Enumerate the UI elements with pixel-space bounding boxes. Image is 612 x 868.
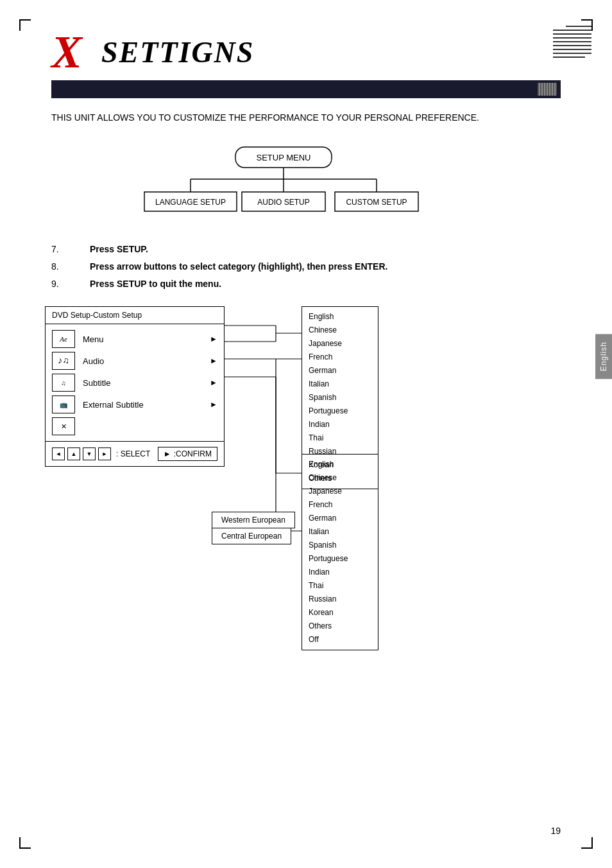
dvd-setup-box: DVD Setup-Custom Setup Ae Menu ► ♪♫ Audi… xyxy=(45,306,225,467)
lang-item: Japanese xyxy=(309,337,369,351)
lang-list-2: English Chinese Japanese French German I… xyxy=(302,454,378,650)
nav-btn-down: ▼ xyxy=(83,447,96,460)
dark-bar xyxy=(51,80,561,98)
lang-item: Spanish xyxy=(309,539,369,552)
lang-item: Italian xyxy=(309,525,369,539)
audio-arrow: ► xyxy=(210,356,217,365)
dvd-bottom: ◄ ▲ ▼ ► : SELECT ► :CONFIRM xyxy=(46,441,224,466)
menu-arrow: ► xyxy=(210,334,217,343)
sub-options: Western European Central European xyxy=(212,512,295,544)
subtitle-arrow: ► xyxy=(210,378,217,387)
step-7: 7. Press SETUP. xyxy=(51,243,561,256)
lang-item: German xyxy=(309,512,369,525)
step-text-7: Press SETUP. xyxy=(90,243,148,256)
lang-item: Off xyxy=(309,633,369,647)
logo-x: X xyxy=(51,29,82,75)
lang-item: Portuguese xyxy=(309,404,369,418)
lang-item: French xyxy=(309,498,369,512)
audio-label: Audio xyxy=(83,356,210,366)
nav-btn-right: ► xyxy=(98,447,111,460)
lang-item: Thai xyxy=(309,431,369,445)
english-tab: English xyxy=(595,334,612,379)
corner-mark-br xyxy=(581,837,593,849)
step-text-9: Press SETUP to quit the menu. xyxy=(90,277,221,291)
audio-icon: ♪♫ xyxy=(52,352,75,370)
lang-item: Japanese xyxy=(309,485,369,498)
steps-section: 7. Press SETUP. 8. Press arrow buttons t… xyxy=(51,243,561,291)
page-number: 19 xyxy=(550,826,561,836)
lang-item: Indian xyxy=(309,418,369,431)
svg-text:AUDIO SETUP: AUDIO SETUP xyxy=(257,198,309,207)
nav-btn-up: ▲ xyxy=(67,447,80,460)
menu-label: Menu xyxy=(83,334,210,344)
lang-item: Spanish xyxy=(309,391,369,404)
lang-item: Indian xyxy=(309,566,369,579)
lang-item: Chinese xyxy=(309,324,369,337)
lang-item: French xyxy=(309,351,369,364)
lang-box-2: English Chinese Japanese French German I… xyxy=(302,454,378,650)
intro-text: THIS UNIT ALLOWS YOU TO CUSTOMIZE THE PE… xyxy=(51,111,561,125)
audio-row: ♪♫ Audio ► xyxy=(46,350,224,372)
confirm-label: :CONFIRM xyxy=(174,449,212,458)
lang-item: Others xyxy=(309,620,369,633)
lang-item: Korean xyxy=(309,606,369,620)
subtitle-label: Subtitle xyxy=(83,378,210,388)
lang-item: Chinese xyxy=(309,471,369,485)
nav-btn-left: ◄ xyxy=(52,447,65,460)
lang-item: English xyxy=(309,458,369,471)
dvd-setup-content: Ae Menu ► ♪♫ Audio ► ♫ Subtitle ► 📺 Exte… xyxy=(46,324,224,441)
confirm-box: ► :CONFIRM xyxy=(158,447,217,461)
western-european: Western European xyxy=(212,512,295,528)
x-icon-row: ✕ xyxy=(46,415,224,437)
step-number-9: 9. xyxy=(51,277,90,291)
ext-subtitle-icon: 📺 xyxy=(52,395,75,413)
lang-item: Thai xyxy=(309,579,369,593)
ext-subtitle-row: 📺 External Subtitle ► xyxy=(46,394,224,415)
subtitle-icon: ♫ xyxy=(52,374,75,392)
step-9: 9. Press SETUP to quit the menu. xyxy=(51,277,561,291)
step-8: 8. Press arrow buttons to select categor… xyxy=(51,260,561,273)
lang-item: English xyxy=(309,310,369,324)
lang-item: Portuguese xyxy=(309,552,369,566)
step-number-8: 8. xyxy=(51,260,90,273)
subtitle-row: ♫ Subtitle ► xyxy=(46,372,224,394)
page-title: SETTIGNS xyxy=(101,35,254,69)
ext-subtitle-label: External Subtitle xyxy=(83,400,210,410)
setup-diagram: SETUP MENU LANGUAGE SETUP AUDIO SETUP CU… xyxy=(126,144,486,223)
ext-subtitle-arrow: ► xyxy=(210,400,217,409)
menu-row: Ae Menu ► xyxy=(46,328,224,350)
bar-pattern xyxy=(538,83,557,96)
ae-icon: Ae xyxy=(52,330,75,348)
x-icon: ✕ xyxy=(52,417,75,435)
lang-item: German xyxy=(309,364,369,378)
step-number-7: 7. xyxy=(51,243,90,256)
dvd-setup-title: DVD Setup-Custom Setup xyxy=(46,307,224,324)
corner-mark-bl xyxy=(19,837,31,849)
central-european: Central European xyxy=(212,528,291,544)
confirm-arrow: ► xyxy=(164,449,171,458)
header: X SETTIGNS xyxy=(0,0,612,75)
svg-text:SETUP MENU: SETUP MENU xyxy=(257,153,311,162)
lang-item: Russian xyxy=(309,593,369,606)
svg-text:LANGUAGE SETUP: LANGUAGE SETUP xyxy=(155,198,226,207)
lang-item: Italian xyxy=(309,378,369,391)
select-label: : SELECT xyxy=(116,449,150,458)
step-text-8: Press arrow buttons to select category (… xyxy=(90,260,387,273)
svg-text:CUSTOM SETUP: CUSTOM SETUP xyxy=(346,198,407,207)
